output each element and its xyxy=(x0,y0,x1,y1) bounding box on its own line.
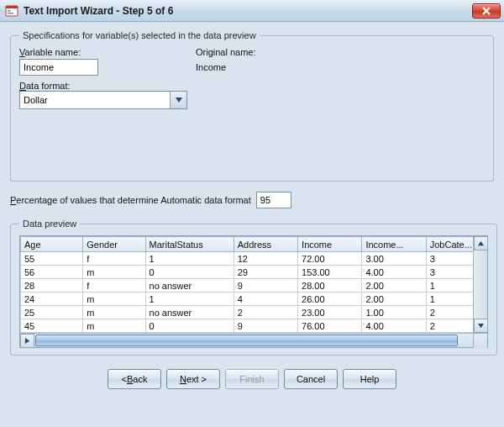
table-cell[interactable]: 1.00 xyxy=(362,306,426,319)
data-format-label: Data format: xyxy=(19,81,485,91)
auto-format-percentage-label: Percentage of values that determine Auto… xyxy=(10,195,251,205)
table-row[interactable]: 28fno answer928.002.001 xyxy=(21,279,487,293)
data-preview-table-container: AgeGenderMaritalStatusAddressIncomeIncom… xyxy=(19,235,488,348)
column-header[interactable]: Address xyxy=(234,237,297,252)
table-cell[interactable]: 4.00 xyxy=(362,319,426,333)
title-bar: Text Import Wizard - Step 5 of 6 xyxy=(0,0,504,22)
table-cell[interactable]: 56 xyxy=(21,266,83,279)
table-cell[interactable]: 1 xyxy=(145,293,234,306)
help-button[interactable]: Help xyxy=(343,369,396,389)
table-cell[interactable]: f xyxy=(83,279,145,293)
table-cell[interactable]: 4.00 xyxy=(362,266,426,279)
scroll-right-button[interactable] xyxy=(20,334,34,348)
finish-button[interactable]: Finish xyxy=(225,369,279,389)
table-cell[interactable]: no answer xyxy=(145,279,234,293)
auto-format-percentage-input[interactable] xyxy=(256,192,291,208)
table-row[interactable]: 25mno answer223.001.002 xyxy=(21,306,487,319)
table-cell[interactable]: 9 xyxy=(234,279,297,293)
chevron-down-icon xyxy=(176,98,182,103)
table-cell[interactable]: 153.00 xyxy=(298,266,362,279)
table-cell[interactable]: 9 xyxy=(234,319,297,333)
table-cell[interactable]: 72.00 xyxy=(298,252,362,266)
column-header[interactable]: Income xyxy=(298,237,362,252)
chevron-up-icon xyxy=(478,240,484,246)
table-cell[interactable]: 0 xyxy=(145,319,234,333)
data-format-dropdown-button[interactable] xyxy=(170,92,186,108)
table-cell[interactable]: no answer xyxy=(145,306,234,319)
table-cell[interactable]: 45 xyxy=(21,319,83,333)
vertical-scrollbar[interactable] xyxy=(473,236,487,333)
horizontal-scrollbar[interactable] xyxy=(20,333,487,347)
table-cell[interactable]: 28.00 xyxy=(298,279,362,293)
close-button[interactable] xyxy=(472,3,501,18)
specifications-group: Specifications for variable(s) selected … xyxy=(10,30,494,182)
table-row[interactable]: 45m0976.004.002 xyxy=(21,319,487,333)
table-cell[interactable]: m xyxy=(83,266,145,279)
column-header[interactable]: Income... xyxy=(362,237,426,252)
table-cell[interactable]: 23.00 xyxy=(298,306,362,319)
table-cell[interactable]: 12 xyxy=(234,252,297,266)
chevron-right-icon xyxy=(24,338,30,344)
window-title: Text Import Wizard - Step 5 of 6 xyxy=(24,5,472,17)
table-cell[interactable]: 2.00 xyxy=(362,279,426,293)
dialog-content: Specifications for variable(s) selected … xyxy=(0,22,504,394)
table-row[interactable]: 55f11272.003.003 xyxy=(21,252,487,266)
table-cell[interactable]: f xyxy=(83,252,145,266)
variable-name-label: Variable name: xyxy=(19,47,196,57)
column-header[interactable]: Gender xyxy=(83,237,145,252)
auto-format-percentage-row: Percentage of values that determine Auto… xyxy=(10,192,494,208)
data-preview-group: Data preview AgeGenderMaritalStatusAddre… xyxy=(10,219,497,356)
table-cell[interactable]: 0 xyxy=(145,266,234,279)
table-cell[interactable]: 28 xyxy=(21,279,83,293)
table-cell[interactable]: 24 xyxy=(21,293,83,306)
table-cell[interactable]: 25 xyxy=(21,306,83,319)
svg-rect-1 xyxy=(6,6,18,8)
table-cell[interactable]: 55 xyxy=(21,252,83,266)
scroll-down-button[interactable] xyxy=(474,319,488,333)
table-cell[interactable]: 4 xyxy=(234,293,297,306)
column-header[interactable]: MaritalStatus xyxy=(145,237,234,252)
data-preview-legend: Data preview xyxy=(19,219,80,229)
table-cell[interactable]: 2 xyxy=(234,306,297,319)
table-cell[interactable]: m xyxy=(83,319,145,333)
svg-rect-2 xyxy=(8,10,11,12)
column-header[interactable]: Age xyxy=(21,237,83,252)
table-cell[interactable]: 2.00 xyxy=(362,293,426,306)
next-button[interactable]: Next > xyxy=(166,369,220,389)
original-name-value: Income xyxy=(196,59,485,76)
scroll-corner xyxy=(473,334,487,348)
specifications-legend: Specifications for variable(s) selected … xyxy=(19,30,260,40)
table-header-row: AgeGenderMaritalStatusAddressIncomeIncom… xyxy=(21,237,487,252)
table-cell[interactable]: 76.00 xyxy=(298,319,362,333)
table-cell[interactable]: 3.00 xyxy=(362,252,426,266)
table-cell[interactable]: m xyxy=(83,306,145,319)
variable-name-input[interactable] xyxy=(19,59,98,76)
table-row[interactable]: 56m029153.004.003 xyxy=(21,266,487,279)
back-button[interactable]: < Back xyxy=(108,369,161,389)
table-cell[interactable]: 26.00 xyxy=(298,293,362,306)
wizard-button-row: < Back Next > Finish Cancel Help xyxy=(10,369,494,389)
chevron-down-icon xyxy=(478,323,484,329)
close-icon xyxy=(482,7,491,15)
table-cell[interactable]: m xyxy=(83,293,145,306)
app-icon xyxy=(5,4,18,18)
scroll-up-button[interactable] xyxy=(474,236,488,250)
svg-rect-3 xyxy=(8,13,13,14)
data-preview-table[interactable]: AgeGenderMaritalStatusAddressIncomeIncom… xyxy=(20,236,487,333)
data-format-value: Dollar xyxy=(20,92,170,108)
table-cell[interactable]: 1 xyxy=(145,252,234,266)
cancel-button[interactable]: Cancel xyxy=(284,369,338,389)
table-cell[interactable]: 29 xyxy=(234,266,297,279)
data-format-combo[interactable]: Dollar xyxy=(19,91,187,109)
original-name-label: Original name: xyxy=(196,47,485,57)
horizontal-scroll-thumb[interactable] xyxy=(35,335,458,346)
table-row[interactable]: 24m1426.002.001 xyxy=(21,293,487,306)
